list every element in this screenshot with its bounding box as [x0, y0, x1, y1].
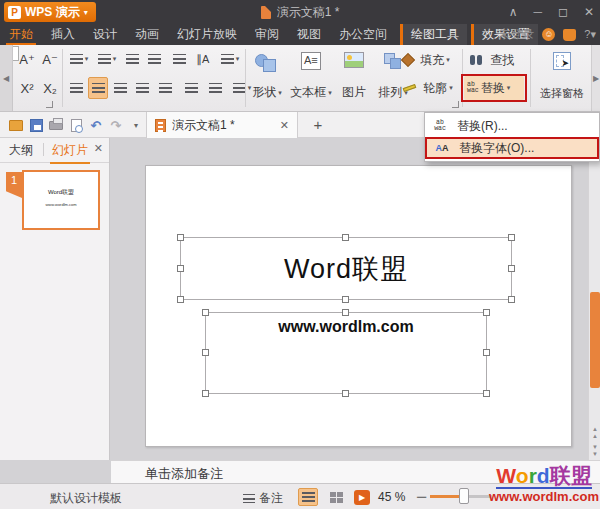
previous-slide-button[interactable]: ▲▲ — [589, 426, 600, 440]
resize-handle-ne[interactable] — [508, 234, 515, 241]
font-dialog-launcher-icon[interactable] — [46, 101, 53, 108]
superscript-button[interactable]: X² — [16, 77, 38, 99]
replace-button[interactable]: abwac 替换▾ — [464, 76, 524, 100]
text-direction-button[interactable]: ∥A — [192, 49, 214, 69]
panel-close-icon[interactable]: ✕ — [94, 142, 103, 155]
resize-handle-se[interactable] — [508, 296, 515, 303]
numbering-button[interactable]: ▾ — [94, 49, 120, 69]
align-left-icon — [70, 83, 83, 93]
resize-handle-se[interactable] — [483, 390, 490, 397]
tab-review[interactable]: 审阅 — [246, 24, 288, 45]
subtitle-textbox[interactable]: www.wordlm.com — [205, 312, 487, 394]
resize-handle-n[interactable] — [342, 234, 349, 241]
tab-insert[interactable]: 插入 — [42, 24, 84, 45]
grow-font-button[interactable]: A⁺ — [16, 49, 38, 69]
subscript-button[interactable]: X₂ — [40, 77, 60, 99]
paragraph-marks-button[interactable] — [168, 49, 190, 69]
outline-tab[interactable]: 大纲 — [9, 142, 33, 159]
open-button[interactable] — [6, 117, 26, 133]
qat-customize-button[interactable]: ▾ — [126, 117, 146, 133]
resize-handle-e[interactable] — [508, 265, 515, 272]
tab-office-space[interactable]: 办公空间 — [330, 24, 396, 45]
app-menu-button[interactable]: P WPS 演示 ▾ — [4, 2, 96, 22]
shapes-button[interactable]: 形状▾ — [248, 48, 286, 106]
picture-button[interactable]: 图片 — [337, 48, 371, 106]
resize-handle-sw[interactable] — [202, 390, 209, 397]
resize-handle-w[interactable] — [202, 349, 209, 356]
resize-handle-e[interactable] — [483, 349, 490, 356]
slide-title-text: Word联盟 — [284, 251, 408, 287]
bullets-button[interactable]: ▾ — [66, 49, 92, 69]
selection-pane-button[interactable]: ➤ 选择窗格 — [534, 48, 590, 106]
shape-dialog-launcher-icon[interactable] — [452, 101, 459, 108]
resize-handle-ne[interactable] — [483, 309, 490, 316]
new-tab-button[interactable]: + — [308, 115, 328, 135]
distribute-button[interactable] — [154, 77, 176, 99]
slides-tab[interactable]: 幻灯片 — [52, 142, 88, 159]
design-template-label[interactable]: 默认设计模板 — [50, 490, 122, 507]
textbox-button[interactable]: A≡ 文本框▾ — [288, 48, 334, 106]
align-left-button[interactable] — [66, 77, 86, 99]
slide-canvas[interactable]: Word联盟 www.wordlm.com — [145, 165, 572, 447]
close-button[interactable]: ✕ — [584, 5, 594, 19]
resize-handle-sw[interactable] — [177, 296, 184, 303]
resize-handle-s[interactable] — [342, 390, 349, 397]
undo-button[interactable]: ↶ — [86, 117, 106, 133]
save-button[interactable] — [26, 117, 46, 133]
fill-button[interactable]: 填充▾ — [400, 50, 458, 70]
collapse-ribbon-button[interactable]: ∧ — [509, 5, 518, 19]
vertical-scrollbar[interactable]: ▲▲ ▼▼ — [588, 138, 600, 460]
align-right-button[interactable] — [110, 77, 130, 99]
paragraph-spacing-button[interactable] — [204, 77, 226, 99]
print-icon — [49, 121, 63, 130]
tab-design[interactable]: 设计 — [84, 24, 126, 45]
redo-button[interactable]: ↷ — [106, 117, 126, 133]
tab-close-icon[interactable]: ✕ — [280, 119, 289, 132]
slide-thumbnail[interactable]: Word联盟 www.wordlm.com — [22, 170, 100, 230]
title-textbox[interactable]: Word联盟 — [180, 237, 512, 300]
login-status[interactable]: 未登录 — [498, 26, 534, 43]
resize-handle-s[interactable] — [342, 296, 349, 303]
notes-pane[interactable]: 单击添加备注 — [111, 460, 600, 483]
zoom-out-button[interactable]: ─ — [417, 489, 426, 504]
resize-handle-n[interactable] — [342, 309, 349, 316]
tab-drawing-tools[interactable]: 绘图工具 — [400, 24, 467, 45]
decrease-indent-button[interactable] — [122, 49, 142, 69]
account-icon[interactable]: ☺ — [542, 28, 555, 41]
resize-handle-nw[interactable] — [177, 234, 184, 241]
resize-handle-nw[interactable] — [202, 309, 209, 316]
slide-sorter-view-button[interactable] — [326, 488, 346, 506]
menu-item-replace-font[interactable]: AA 替换字体(O)... — [425, 137, 599, 159]
tab-slideshow[interactable]: 幻灯片放映 — [168, 24, 246, 45]
columns-button[interactable]: ▾ — [216, 49, 244, 69]
maximize-button[interactable]: ◻ — [558, 5, 568, 19]
find-button[interactable]: 查找 — [466, 50, 524, 70]
shrink-font-button[interactable]: A⁻ — [40, 49, 60, 69]
justify-button[interactable] — [132, 77, 152, 99]
ribbon-scroll-left[interactable]: ◀ — [0, 45, 13, 111]
resize-handle-w[interactable] — [177, 265, 184, 272]
document-tab[interactable]: 演示文稿1 * ✕ — [146, 112, 298, 138]
menu-item-replace[interactable]: abwac 替换(R)... — [425, 115, 599, 137]
slideshow-button[interactable]: ▶ — [352, 488, 372, 506]
ribbon-tab-bar: 开始 插入 设计 动画 幻灯片放映 审阅 视图 办公空间 绘图工具 效果设置 未… — [0, 24, 600, 45]
scrollbar-thumb[interactable] — [590, 292, 600, 388]
line-spacing-button[interactable] — [180, 77, 202, 99]
store-icon[interactable] — [563, 29, 576, 41]
zoom-level-label[interactable]: 45 % — [378, 490, 405, 504]
tab-animation[interactable]: 动画 — [126, 24, 168, 45]
print-button[interactable] — [46, 117, 66, 133]
next-slide-button[interactable]: ▼▼ — [589, 444, 600, 458]
notes-toggle[interactable]: 备注 — [243, 490, 283, 507]
ribbon-scroll-right[interactable]: ▶ — [591, 45, 600, 111]
normal-view-button[interactable] — [298, 488, 318, 506]
tab-view[interactable]: 视图 — [288, 24, 330, 45]
print-preview-button[interactable] — [66, 117, 86, 133]
align-center-button[interactable] — [88, 77, 108, 99]
help-icon[interactable]: ?▾ — [584, 28, 596, 41]
increase-indent-button[interactable] — [144, 49, 164, 69]
minimize-button[interactable]: ─ — [533, 5, 542, 19]
tab-home[interactable]: 开始 — [0, 24, 42, 45]
outline-button[interactable]: 轮廓▾ — [400, 78, 458, 98]
zoom-slider-handle[interactable] — [459, 488, 469, 504]
